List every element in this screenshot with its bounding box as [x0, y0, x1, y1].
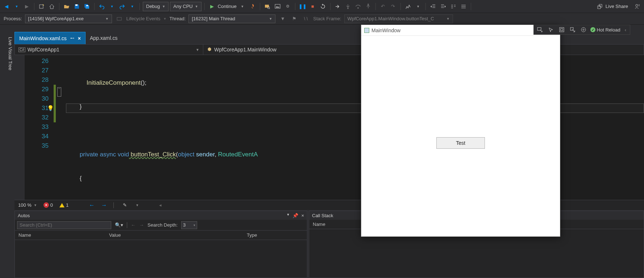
inspect-element-icon[interactable]: [536, 26, 544, 34]
svg-rect-28: [561, 29, 563, 31]
pin-icon[interactable]: ⊷: [70, 36, 74, 41]
filter-icon[interactable]: ▼: [278, 14, 287, 23]
layout-adorners-icon[interactable]: [558, 26, 566, 34]
configuration-dropdown[interactable]: Debug▼: [143, 2, 169, 11]
close-icon[interactable]: ×: [78, 35, 81, 41]
new-project-icon[interactable]: [37, 2, 46, 11]
autos-panel: Autos ▼ 📌 × 🔍▾ ← → Search Depth: 3▾ Name…: [14, 211, 307, 278]
intellitrace-dropdown-icon[interactable]: ▼: [414, 2, 423, 11]
lightbulb-icon[interactable]: 💡: [47, 105, 54, 111]
autos-search-input[interactable]: [17, 221, 111, 229]
panel-dropdown-icon[interactable]: ▼: [286, 213, 290, 218]
home-icon[interactable]: [47, 2, 56, 11]
search-icon[interactable]: 🔍▾: [115, 222, 123, 228]
intellitrace-icon[interactable]: [404, 2, 412, 11]
platform-dropdown[interactable]: Any CPU▼: [170, 2, 201, 11]
test-button[interactable]: Test: [436, 137, 485, 149]
rewind-icon[interactable]: ↶: [379, 2, 387, 11]
fastforward-icon[interactable]: ↷: [389, 2, 398, 11]
liveshare-icon[interactable]: [595, 2, 604, 11]
pin-icon[interactable]: 📌: [292, 213, 298, 218]
continue-label[interactable]: Continue: [218, 4, 237, 9]
process-dropdown[interactable]: [14156] WpfCoreApp1.exe▼: [25, 14, 112, 23]
save-all-icon[interactable]: [83, 2, 91, 11]
pen-icon[interactable]: ✎: [120, 201, 129, 210]
nav-back-icon[interactable]: ◀: [2, 2, 11, 11]
nav-type-dropdown[interactable]: WpfCoreApp1.MainWindow: [203, 45, 280, 55]
settings-small-icon[interactable]: ⚙: [283, 2, 292, 11]
lifecycle-dropdown-icon[interactable]: ▼: [163, 17, 167, 21]
screenshot-icon[interactable]: [273, 2, 282, 11]
track-focused-icon[interactable]: [569, 26, 577, 34]
app-icon: [364, 28, 369, 33]
live-visual-tree-tab[interactable]: Live Visual Tree: [0, 32, 13, 75]
stop-icon[interactable]: ■: [308, 2, 317, 11]
select-element-icon[interactable]: [547, 26, 555, 34]
search-depth-label: Search Depth:: [148, 222, 178, 228]
stackframe-dropdown[interactable]: WpfCoreApp1.MainWindow.buttonTest_C▼: [344, 14, 453, 23]
svg-rect-3: [265, 5, 269, 8]
continue-dropdown-icon[interactable]: ▼: [238, 2, 247, 11]
binding-diagnostics-icon[interactable]: [579, 26, 587, 34]
nav-back-dropdown-icon[interactable]: ▼: [12, 2, 21, 11]
folding-column[interactable]: 💡: [56, 55, 66, 200]
search-depth-dropdown[interactable]: 3▾: [181, 221, 197, 229]
redo-icon[interactable]: [118, 2, 126, 11]
app-titlebar[interactable]: MainWindow —: [361, 25, 560, 36]
hot-reload-button[interactable]: ✓ Hot Reload: [590, 27, 620, 33]
step-out-icon[interactable]: [364, 2, 373, 11]
comment-icon[interactable]: [449, 2, 458, 11]
prev-issue-icon[interactable]: ←: [89, 202, 95, 208]
continue-play-icon[interactable]: ▶: [208, 2, 216, 11]
redo-dropdown-icon[interactable]: ▼: [128, 2, 137, 11]
search-prev-icon[interactable]: ←: [131, 222, 136, 228]
line-number-gutter: 262728 293031 323334 35: [25, 55, 54, 200]
close-icon[interactable]: ×: [301, 213, 304, 218]
thread-dropdown[interactable]: [16232] Main Thread▼: [188, 14, 275, 23]
restart-icon[interactable]: [319, 2, 327, 11]
separator: [94, 3, 95, 10]
pause-icon[interactable]: ❚❚: [298, 2, 307, 11]
thread-label: Thread:: [169, 16, 186, 21]
col-name-header[interactable]: Name: [18, 232, 109, 238]
pen-dropdown-icon[interactable]: ▼: [136, 203, 139, 207]
process-label: Process:: [4, 16, 22, 21]
uncomment-icon[interactable]: [459, 2, 468, 11]
liveshare-label[interactable]: Live Share: [606, 4, 628, 9]
svg-point-24: [636, 4, 638, 7]
chevron-down-icon: ▼: [196, 48, 199, 52]
tab-mainwindow-xaml-cs[interactable]: MainWindow.xaml.cs ⊷ ×: [14, 32, 86, 44]
col-value-header[interactable]: Value: [109, 232, 247, 238]
step-into-icon[interactable]: [344, 2, 352, 11]
step-over-icon[interactable]: [354, 2, 362, 11]
error-count[interactable]: ×0: [43, 202, 53, 208]
find-in-files-icon[interactable]: [263, 2, 272, 11]
feedback-icon[interactable]: [633, 2, 642, 11]
undo-icon[interactable]: [97, 2, 106, 11]
warning-count[interactable]: 1: [59, 202, 68, 208]
svg-point-31: [583, 29, 584, 30]
lifecycle-label: Lifecycle Events: [126, 16, 161, 21]
scroll-left-icon[interactable]: ◂: [159, 202, 162, 208]
running-app-window[interactable]: MainWindow — Test: [361, 25, 560, 237]
save-icon[interactable]: [72, 2, 81, 11]
col-type-header[interactable]: Type: [247, 232, 303, 238]
collapse-left-icon[interactable]: ‹: [623, 27, 628, 33]
nav-project-dropdown[interactable]: C# WpfCoreApp1 ▼: [15, 45, 203, 55]
next-issue-icon[interactable]: →: [101, 202, 107, 208]
hot-reload-flame-icon[interactable]: [248, 2, 257, 11]
zoom-dropdown[interactable]: 100 %▼: [18, 202, 37, 208]
fold-toggle-icon[interactable]: [57, 87, 61, 97]
show-next-statement-icon[interactable]: [333, 2, 342, 11]
lifecycle-icon[interactable]: [115, 14, 124, 23]
flag-icon[interactable]: ⚑: [290, 14, 299, 23]
tab-app-xaml-cs[interactable]: App.xaml.cs: [86, 32, 122, 44]
svg-rect-1: [75, 4, 78, 6]
open-folder-icon[interactable]: [62, 2, 71, 11]
indent-less-icon[interactable]: [429, 2, 437, 11]
search-next-icon[interactable]: →: [139, 222, 144, 228]
threads-icon[interactable]: [302, 14, 310, 23]
indent-more-icon[interactable]: [439, 2, 448, 11]
error-icon: ×: [43, 202, 49, 208]
undo-dropdown-icon[interactable]: ▼: [108, 2, 116, 11]
